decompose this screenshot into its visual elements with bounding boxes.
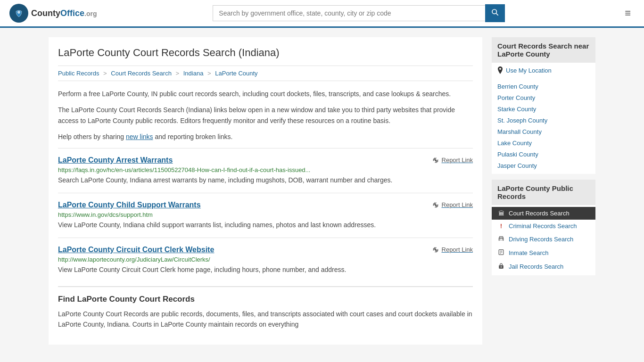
main-content: LaPorte County Court Records Search (Ind…	[49, 37, 482, 345]
find-section: Find LaPorte County Court Records LaPort…	[58, 286, 473, 330]
breadcrumb: Public Records > Court Records Search > …	[58, 66, 473, 81]
description-1: Perform a free LaPorte County, IN public…	[58, 89, 473, 99]
driving-records-icon	[497, 235, 505, 243]
sidebar: Court Records Search near LaPorte County…	[492, 37, 595, 345]
result-title-3: LaPorte County Circuit Court Clerk Websi…	[58, 246, 473, 254]
result-desc-2: View LaPorte County, Indiana child suppo…	[58, 220, 473, 230]
breadcrumb-sep-3: >	[207, 70, 213, 77]
result-link-3[interactable]: LaPorte County Circuit Court Clerk Websi…	[58, 246, 214, 254]
nearby-section: Court Records Search near LaPorte County…	[492, 37, 595, 174]
logo-text: CountyOffice.org	[31, 8, 97, 18]
nearby-porter: Porter County	[492, 92, 595, 103]
breadcrumb-sep-2: >	[176, 70, 181, 77]
page-title: LaPorte County Court Records Search (Ind…	[58, 47, 473, 59]
svg-point-5	[435, 204, 436, 206]
svg-line-3	[496, 13, 498, 16]
result-title-2: LaPorte County Child Support Warrants Re…	[58, 201, 473, 209]
court-records-icon: 🏛	[497, 210, 505, 217]
menu-button[interactable]: ≡	[621, 5, 635, 21]
pub-rec-criminal[interactable]: ! Criminal Records Search	[492, 220, 595, 232]
result-url-1: https://faqs.in.gov/hc/en-us/articles/11…	[58, 166, 473, 173]
svg-point-1	[17, 11, 20, 14]
pub-rec-court[interactable]: 🏛 Court Records Search	[492, 207, 595, 220]
public-records-list: 🏛 Court Records Search ! Criminal Record…	[492, 205, 595, 275]
public-records-header: LaPorte County Public Records	[492, 180, 595, 205]
result-desc-1: Search LaPorte County, Indiana arrest wa…	[58, 175, 473, 185]
breadcrumb-sep-1: >	[103, 70, 108, 77]
report-link-3[interactable]: Report Link	[432, 246, 473, 254]
pub-rec-jail[interactable]: Jail Records Search	[492, 260, 595, 273]
nearby-stjoseph: St. Joseph County	[492, 115, 595, 126]
new-links[interactable]: new links	[126, 133, 153, 140]
breadcrumb-public-records[interactable]: Public Records	[58, 70, 99, 77]
pub-rec-driving[interactable]: Driving Records Search	[492, 232, 595, 246]
jail-records-icon	[497, 263, 505, 271]
use-location-link[interactable]: Use My Location	[506, 67, 552, 74]
inmate-search-icon	[497, 249, 505, 257]
criminal-records-icon: !	[497, 222, 505, 230]
svg-point-7	[500, 239, 501, 240]
breadcrumb-indiana[interactable]: Indiana	[183, 70, 204, 77]
public-records-section: LaPorte County Public Records 🏛 Court Re…	[492, 180, 595, 275]
result-url-2: https://www.in.gov/dcs/support.htm	[58, 211, 473, 218]
breadcrumb-court-records[interactable]: Court Records Search	[111, 70, 172, 77]
nearby-pulaski: Pulaski County	[492, 148, 595, 160]
search-button[interactable]	[485, 4, 505, 22]
result-link-1[interactable]: LaPorte County Arrest Warrants	[58, 156, 173, 165]
find-section-text: LaPorte County Court Records are public …	[58, 309, 473, 330]
find-section-title: Find LaPorte County Court Records	[58, 295, 473, 304]
svg-point-2	[492, 9, 496, 14]
svg-point-6	[435, 249, 436, 250]
description-3: Help others by sharing new links and rep…	[58, 132, 473, 142]
nearby-starke: Starke County	[492, 103, 595, 115]
pub-rec-inmate[interactable]: Inmate Search	[492, 246, 595, 260]
result-desc-3: View LaPorte County Circuit Court Clerk …	[58, 265, 473, 275]
use-location-button[interactable]: Use My Location	[492, 63, 595, 78]
result-url-3: http://www.laportecounty.org/JudiciaryLa…	[58, 256, 473, 263]
nearby-header: Court Records Search near LaPorte County	[492, 37, 595, 63]
search-input[interactable]	[213, 5, 485, 21]
breadcrumb-laporte[interactable]: LaPorte County	[215, 70, 257, 77]
search-area	[213, 4, 505, 22]
result-item-3: LaPorte County Circuit Court Clerk Websi…	[58, 238, 473, 282]
result-title-1: LaPorte County Arrest Warrants Report Li…	[58, 156, 473, 165]
content-wrapper: LaPorte County Court Records Search (Ind…	[39, 28, 605, 354]
nearby-berrien: Berrien County	[492, 81, 595, 92]
svg-point-8	[502, 239, 503, 240]
logo-area: CountyOffice.org	[9, 4, 97, 23]
nearby-lake: Lake County	[492, 137, 595, 148]
svg-point-4	[435, 159, 436, 161]
result-link-2[interactable]: LaPorte County Child Support Warrants	[58, 201, 201, 209]
nearby-list: Berrien County Porter County Starke Coun…	[492, 78, 595, 174]
report-link-1[interactable]: Report Link	[432, 156, 473, 164]
nearby-marshall: Marshall County	[492, 126, 595, 137]
result-item-1: LaPorte County Arrest Warrants Report Li…	[58, 148, 473, 193]
logo-icon	[9, 4, 28, 23]
report-link-2[interactable]: Report Link	[432, 201, 473, 209]
site-header: CountyOffice.org ≡	[0, 0, 644, 28]
result-item-2: LaPorte County Child Support Warrants Re…	[58, 193, 473, 238]
description-2: The LaPorte County Court Records Search …	[58, 105, 473, 126]
nearby-jasper: Jasper County	[492, 160, 595, 171]
